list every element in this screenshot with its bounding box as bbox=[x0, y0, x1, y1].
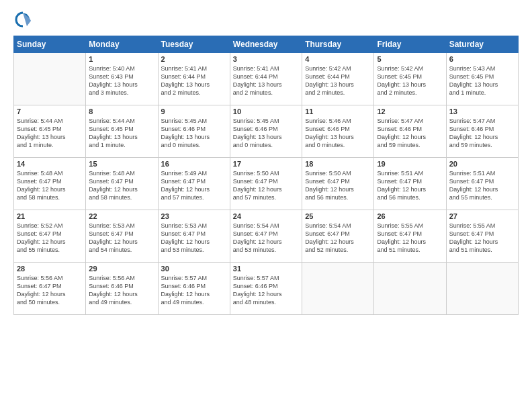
day-number: 17 bbox=[233, 160, 299, 168]
header bbox=[13, 10, 519, 29]
day-info: Sunrise: 5:40 AM Sunset: 6:43 PM Dayligh… bbox=[89, 64, 154, 97]
day-number: 9 bbox=[161, 107, 227, 116]
calendar-cell: 9Sunrise: 5:45 AM Sunset: 6:46 PM Daylig… bbox=[158, 105, 230, 158]
calendar-header: SundayMondayTuesdayWednesdayThursdayFrid… bbox=[14, 36, 519, 53]
header-thursday: Thursday bbox=[302, 36, 374, 53]
day-info: Sunrise: 5:45 AM Sunset: 6:46 PM Dayligh… bbox=[161, 117, 227, 150]
week-row-4: 21Sunrise: 5:52 AM Sunset: 6:47 PM Dayli… bbox=[14, 210, 519, 263]
day-info: Sunrise: 5:51 AM Sunset: 6:47 PM Dayligh… bbox=[377, 169, 443, 202]
day-number: 31 bbox=[233, 265, 299, 273]
day-number: 8 bbox=[89, 107, 154, 116]
day-number: 1 bbox=[89, 55, 154, 63]
day-number: 13 bbox=[449, 107, 515, 116]
calendar-cell: 24Sunrise: 5:54 AM Sunset: 6:47 PM Dayli… bbox=[230, 210, 302, 263]
day-info: Sunrise: 5:41 AM Sunset: 6:44 PM Dayligh… bbox=[233, 64, 299, 97]
calendar-cell: 29Sunrise: 5:56 AM Sunset: 6:46 PM Dayli… bbox=[86, 263, 158, 315]
day-info: Sunrise: 5:55 AM Sunset: 6:47 PM Dayligh… bbox=[449, 222, 515, 255]
day-number: 29 bbox=[89, 265, 154, 273]
day-info: Sunrise: 5:49 AM Sunset: 6:47 PM Dayligh… bbox=[161, 169, 227, 202]
calendar-cell: 7Sunrise: 5:44 AM Sunset: 6:45 PM Daylig… bbox=[14, 105, 86, 158]
calendar-cell: 16Sunrise: 5:49 AM Sunset: 6:47 PM Dayli… bbox=[158, 158, 230, 210]
day-number: 22 bbox=[89, 212, 154, 220]
calendar-cell: 28Sunrise: 5:56 AM Sunset: 6:47 PM Dayli… bbox=[14, 263, 86, 315]
day-number: 11 bbox=[305, 107, 371, 116]
day-number: 10 bbox=[233, 107, 299, 116]
day-info: Sunrise: 5:57 AM Sunset: 6:46 PM Dayligh… bbox=[233, 274, 299, 307]
day-info: Sunrise: 5:41 AM Sunset: 6:44 PM Dayligh… bbox=[161, 64, 227, 97]
day-number: 25 bbox=[305, 212, 371, 220]
day-info: Sunrise: 5:54 AM Sunset: 6:47 PM Dayligh… bbox=[305, 222, 371, 255]
day-info: Sunrise: 5:56 AM Sunset: 6:46 PM Dayligh… bbox=[89, 274, 154, 307]
day-info: Sunrise: 5:43 AM Sunset: 6:45 PM Dayligh… bbox=[449, 64, 515, 97]
calendar-body: 1Sunrise: 5:40 AM Sunset: 6:43 PM Daylig… bbox=[14, 53, 519, 315]
header-tuesday: Tuesday bbox=[158, 36, 230, 53]
calendar-cell: 15Sunrise: 5:48 AM Sunset: 6:47 PM Dayli… bbox=[86, 158, 158, 210]
calendar-cell: 18Sunrise: 5:50 AM Sunset: 6:47 PM Dayli… bbox=[302, 158, 374, 210]
day-info: Sunrise: 5:44 AM Sunset: 6:45 PM Dayligh… bbox=[89, 117, 154, 150]
header-row: SundayMondayTuesdayWednesdayThursdayFrid… bbox=[14, 36, 519, 53]
day-info: Sunrise: 5:47 AM Sunset: 6:46 PM Dayligh… bbox=[377, 117, 443, 150]
day-info: Sunrise: 5:48 AM Sunset: 6:47 PM Dayligh… bbox=[17, 169, 83, 202]
day-number: 15 bbox=[89, 160, 154, 168]
calendar-cell: 8Sunrise: 5:44 AM Sunset: 6:45 PM Daylig… bbox=[86, 105, 158, 158]
calendar-cell: 22Sunrise: 5:53 AM Sunset: 6:47 PM Dayli… bbox=[86, 210, 158, 263]
day-info: Sunrise: 5:42 AM Sunset: 6:44 PM Dayligh… bbox=[305, 64, 371, 97]
day-number: 18 bbox=[305, 160, 371, 168]
day-info: Sunrise: 5:45 AM Sunset: 6:46 PM Dayligh… bbox=[233, 117, 299, 150]
calendar-table: SundayMondayTuesdayWednesdayThursdayFrid… bbox=[13, 36, 519, 315]
day-number: 16 bbox=[161, 160, 227, 168]
calendar-cell: 30Sunrise: 5:57 AM Sunset: 6:46 PM Dayli… bbox=[158, 263, 230, 315]
calendar-cell: 4Sunrise: 5:42 AM Sunset: 6:44 PM Daylig… bbox=[302, 53, 374, 105]
day-info: Sunrise: 5:46 AM Sunset: 6:46 PM Dayligh… bbox=[305, 117, 371, 150]
day-info: Sunrise: 5:53 AM Sunset: 6:47 PM Dayligh… bbox=[89, 222, 154, 255]
day-number: 19 bbox=[377, 160, 443, 168]
calendar-cell: 2Sunrise: 5:41 AM Sunset: 6:44 PM Daylig… bbox=[158, 53, 230, 105]
day-info: Sunrise: 5:56 AM Sunset: 6:47 PM Dayligh… bbox=[17, 274, 83, 307]
calendar-cell: 11Sunrise: 5:46 AM Sunset: 6:46 PM Dayli… bbox=[302, 105, 374, 158]
day-number: 23 bbox=[161, 212, 227, 220]
day-number: 20 bbox=[449, 160, 515, 168]
day-info: Sunrise: 5:53 AM Sunset: 6:47 PM Dayligh… bbox=[161, 222, 227, 255]
calendar-cell: 20Sunrise: 5:51 AM Sunset: 6:47 PM Dayli… bbox=[446, 158, 518, 210]
day-number: 26 bbox=[377, 212, 443, 220]
calendar-cell: 14Sunrise: 5:48 AM Sunset: 6:47 PM Dayli… bbox=[14, 158, 86, 210]
day-info: Sunrise: 5:50 AM Sunset: 6:47 PM Dayligh… bbox=[233, 169, 299, 202]
logo-icon bbox=[13, 10, 32, 29]
calendar-cell: 23Sunrise: 5:53 AM Sunset: 6:47 PM Dayli… bbox=[158, 210, 230, 263]
calendar-cell bbox=[302, 263, 374, 315]
calendar-cell bbox=[14, 53, 86, 105]
header-monday: Monday bbox=[86, 36, 158, 53]
calendar-cell bbox=[446, 263, 518, 315]
day-number: 2 bbox=[161, 55, 227, 63]
calendar-cell: 21Sunrise: 5:52 AM Sunset: 6:47 PM Dayli… bbox=[14, 210, 86, 263]
calendar-page: SundayMondayTuesdayWednesdayThursdayFrid… bbox=[0, 0, 532, 411]
day-info: Sunrise: 5:51 AM Sunset: 6:47 PM Dayligh… bbox=[449, 169, 515, 202]
week-row-5: 28Sunrise: 5:56 AM Sunset: 6:47 PM Dayli… bbox=[14, 263, 519, 315]
day-info: Sunrise: 5:54 AM Sunset: 6:47 PM Dayligh… bbox=[233, 222, 299, 255]
day-number: 7 bbox=[17, 107, 83, 116]
calendar-cell: 13Sunrise: 5:47 AM Sunset: 6:46 PM Dayli… bbox=[446, 105, 518, 158]
day-info: Sunrise: 5:47 AM Sunset: 6:46 PM Dayligh… bbox=[449, 117, 515, 150]
header-wednesday: Wednesday bbox=[230, 36, 302, 53]
day-info: Sunrise: 5:48 AM Sunset: 6:47 PM Dayligh… bbox=[89, 169, 154, 202]
header-sunday: Sunday bbox=[14, 36, 86, 53]
day-number: 6 bbox=[449, 55, 515, 63]
logo bbox=[13, 10, 35, 29]
day-info: Sunrise: 5:52 AM Sunset: 6:47 PM Dayligh… bbox=[17, 222, 83, 255]
calendar-cell: 3Sunrise: 5:41 AM Sunset: 6:44 PM Daylig… bbox=[230, 53, 302, 105]
calendar-cell: 10Sunrise: 5:45 AM Sunset: 6:46 PM Dayli… bbox=[230, 105, 302, 158]
week-row-3: 14Sunrise: 5:48 AM Sunset: 6:47 PM Dayli… bbox=[14, 158, 519, 210]
day-number: 5 bbox=[377, 55, 443, 63]
week-row-1: 1Sunrise: 5:40 AM Sunset: 6:43 PM Daylig… bbox=[14, 53, 519, 105]
calendar-cell: 6Sunrise: 5:43 AM Sunset: 6:45 PM Daylig… bbox=[446, 53, 518, 105]
calendar-cell: 19Sunrise: 5:51 AM Sunset: 6:47 PM Dayli… bbox=[374, 158, 446, 210]
calendar-cell bbox=[374, 263, 446, 315]
day-number: 30 bbox=[161, 265, 227, 273]
day-info: Sunrise: 5:42 AM Sunset: 6:45 PM Dayligh… bbox=[377, 64, 443, 97]
day-number: 24 bbox=[233, 212, 299, 220]
week-row-2: 7Sunrise: 5:44 AM Sunset: 6:45 PM Daylig… bbox=[14, 105, 519, 158]
calendar-cell: 12Sunrise: 5:47 AM Sunset: 6:46 PM Dayli… bbox=[374, 105, 446, 158]
day-number: 3 bbox=[233, 55, 299, 63]
day-info: Sunrise: 5:44 AM Sunset: 6:45 PM Dayligh… bbox=[17, 117, 83, 150]
calendar-cell: 5Sunrise: 5:42 AM Sunset: 6:45 PM Daylig… bbox=[374, 53, 446, 105]
